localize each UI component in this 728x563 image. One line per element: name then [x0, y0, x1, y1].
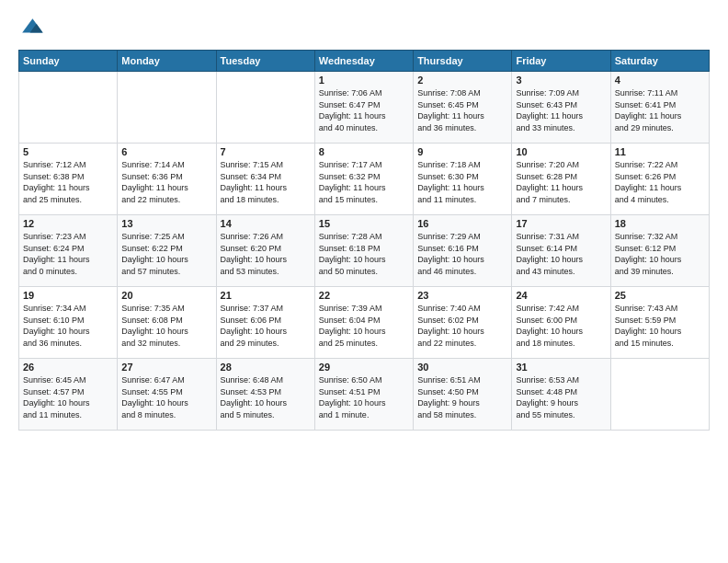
calendar-cell	[118, 72, 216, 144]
day-info: Sunrise: 7:15 AM Sunset: 6:34 PM Dayligh…	[221, 159, 311, 205]
day-info: Sunrise: 6:47 AM Sunset: 4:55 PM Dayligh…	[121, 374, 211, 420]
calendar-cell: 24Sunrise: 7:42 AM Sunset: 6:00 PM Dayli…	[512, 287, 610, 359]
day-number: 18	[615, 218, 705, 229]
calendar-cell: 16Sunrise: 7:29 AM Sunset: 6:16 PM Dayli…	[414, 215, 512, 287]
calendar-cell: 9Sunrise: 7:18 AM Sunset: 6:30 PM Daylig…	[414, 144, 512, 215]
weekday-header-friday: Friday	[512, 51, 610, 72]
day-number: 15	[319, 218, 409, 229]
day-number: 9	[417, 146, 507, 157]
weekday-row: SundayMondayTuesdayWednesdayThursdayFrid…	[19, 51, 710, 72]
day-number: 14	[221, 218, 311, 229]
calendar-cell: 10Sunrise: 7:20 AM Sunset: 6:28 PM Dayli…	[512, 144, 610, 215]
day-info: Sunrise: 7:39 AM Sunset: 6:04 PM Dayligh…	[319, 303, 409, 349]
calendar-cell: 17Sunrise: 7:31 AM Sunset: 6:14 PM Dayli…	[512, 215, 610, 287]
weekday-header-monday: Monday	[118, 51, 216, 72]
calendar-cell: 21Sunrise: 7:37 AM Sunset: 6:06 PM Dayli…	[216, 287, 314, 359]
calendar-cell: 1Sunrise: 7:06 AM Sunset: 6:47 PM Daylig…	[314, 72, 413, 144]
calendar-week-4: 19Sunrise: 7:34 AM Sunset: 6:10 PM Dayli…	[19, 287, 710, 359]
calendar-cell: 23Sunrise: 7:40 AM Sunset: 6:02 PM Dayli…	[414, 287, 512, 359]
header	[18, 15, 710, 40]
day-info: Sunrise: 7:40 AM Sunset: 6:02 PM Dayligh…	[417, 303, 507, 349]
calendar-cell: 27Sunrise: 6:47 AM Sunset: 4:55 PM Dayli…	[118, 359, 216, 431]
day-number: 27	[121, 362, 211, 373]
calendar-cell: 3Sunrise: 7:09 AM Sunset: 6:43 PM Daylig…	[512, 72, 610, 144]
day-number: 13	[121, 218, 211, 229]
day-info: Sunrise: 6:48 AM Sunset: 4:53 PM Dayligh…	[221, 374, 311, 420]
day-number: 20	[121, 290, 211, 301]
day-info: Sunrise: 7:18 AM Sunset: 6:30 PM Dayligh…	[417, 159, 507, 205]
calendar-cell	[610, 359, 709, 431]
calendar-cell: 30Sunrise: 6:51 AM Sunset: 4:50 PM Dayli…	[414, 359, 512, 431]
day-info: Sunrise: 7:43 AM Sunset: 5:59 PM Dayligh…	[615, 303, 705, 349]
calendar-cell: 28Sunrise: 6:48 AM Sunset: 4:53 PM Dayli…	[216, 359, 314, 431]
logo	[18, 15, 48, 40]
calendar-cell	[19, 72, 118, 144]
calendar-cell: 7Sunrise: 7:15 AM Sunset: 6:34 PM Daylig…	[216, 144, 314, 215]
day-number: 17	[516, 218, 606, 229]
calendar-cell: 2Sunrise: 7:08 AM Sunset: 6:45 PM Daylig…	[414, 72, 512, 144]
calendar-cell: 26Sunrise: 6:45 AM Sunset: 4:57 PM Dayli…	[19, 359, 118, 431]
day-info: Sunrise: 7:29 AM Sunset: 6:16 PM Dayligh…	[417, 231, 507, 277]
calendar-cell: 13Sunrise: 7:25 AM Sunset: 6:22 PM Dayli…	[118, 215, 216, 287]
day-info: Sunrise: 7:32 AM Sunset: 6:12 PM Dayligh…	[615, 231, 705, 277]
day-info: Sunrise: 6:50 AM Sunset: 4:51 PM Dayligh…	[319, 374, 409, 420]
weekday-header-wednesday: Wednesday	[314, 51, 413, 72]
calendar-cell: 18Sunrise: 7:32 AM Sunset: 6:12 PM Dayli…	[610, 215, 709, 287]
day-info: Sunrise: 7:35 AM Sunset: 6:08 PM Dayligh…	[121, 303, 211, 349]
day-number: 7	[221, 146, 311, 157]
weekday-header-thursday: Thursday	[414, 51, 512, 72]
day-number: 2	[417, 75, 507, 86]
calendar-body: 1Sunrise: 7:06 AM Sunset: 6:47 PM Daylig…	[19, 72, 710, 431]
calendar-cell: 8Sunrise: 7:17 AM Sunset: 6:32 PM Daylig…	[314, 144, 413, 215]
day-number: 11	[615, 146, 705, 157]
day-info: Sunrise: 7:34 AM Sunset: 6:10 PM Dayligh…	[23, 303, 113, 349]
calendar-cell: 29Sunrise: 6:50 AM Sunset: 4:51 PM Dayli…	[314, 359, 413, 431]
day-info: Sunrise: 7:14 AM Sunset: 6:36 PM Dayligh…	[121, 159, 211, 205]
calendar-cell	[216, 72, 314, 144]
day-number: 10	[516, 146, 606, 157]
day-number: 5	[23, 146, 113, 157]
calendar-week-3: 12Sunrise: 7:23 AM Sunset: 6:24 PM Dayli…	[19, 215, 710, 287]
calendar-cell: 19Sunrise: 7:34 AM Sunset: 6:10 PM Dayli…	[19, 287, 118, 359]
day-info: Sunrise: 7:31 AM Sunset: 6:14 PM Dayligh…	[516, 231, 606, 277]
calendar-week-1: 1Sunrise: 7:06 AM Sunset: 6:47 PM Daylig…	[19, 72, 710, 144]
calendar-cell: 4Sunrise: 7:11 AM Sunset: 6:41 PM Daylig…	[610, 72, 709, 144]
day-number: 6	[121, 146, 211, 157]
calendar-cell: 15Sunrise: 7:28 AM Sunset: 6:18 PM Dayli…	[314, 215, 413, 287]
logo-icon	[18, 15, 44, 40]
calendar-week-5: 26Sunrise: 6:45 AM Sunset: 4:57 PM Dayli…	[19, 359, 710, 431]
calendar-cell: 12Sunrise: 7:23 AM Sunset: 6:24 PM Dayli…	[19, 215, 118, 287]
day-number: 1	[319, 75, 409, 86]
day-number: 25	[615, 290, 705, 301]
day-info: Sunrise: 7:26 AM Sunset: 6:20 PM Dayligh…	[221, 231, 311, 277]
day-info: Sunrise: 7:42 AM Sunset: 6:00 PM Dayligh…	[516, 303, 606, 349]
day-info: Sunrise: 7:09 AM Sunset: 6:43 PM Dayligh…	[516, 87, 606, 133]
page: SundayMondayTuesdayWednesdayThursdayFrid…	[0, 0, 728, 563]
weekday-header-sunday: Sunday	[19, 51, 118, 72]
day-info: Sunrise: 7:08 AM Sunset: 6:45 PM Dayligh…	[417, 87, 507, 133]
calendar-table: SundayMondayTuesdayWednesdayThursdayFrid…	[18, 50, 710, 431]
day-number: 31	[516, 362, 606, 373]
day-number: 16	[417, 218, 507, 229]
day-info: Sunrise: 7:37 AM Sunset: 6:06 PM Dayligh…	[221, 303, 311, 349]
calendar-cell: 25Sunrise: 7:43 AM Sunset: 5:59 PM Dayli…	[610, 287, 709, 359]
calendar-cell: 11Sunrise: 7:22 AM Sunset: 6:26 PM Dayli…	[610, 144, 709, 215]
calendar-cell: 14Sunrise: 7:26 AM Sunset: 6:20 PM Dayli…	[216, 215, 314, 287]
day-info: Sunrise: 7:17 AM Sunset: 6:32 PM Dayligh…	[319, 159, 409, 205]
day-number: 28	[221, 362, 311, 373]
weekday-header-saturday: Saturday	[610, 51, 709, 72]
calendar-header: SundayMondayTuesdayWednesdayThursdayFrid…	[19, 51, 710, 72]
day-number: 3	[516, 75, 606, 86]
day-number: 8	[319, 146, 409, 157]
day-number: 26	[23, 362, 113, 373]
calendar-cell: 6Sunrise: 7:14 AM Sunset: 6:36 PM Daylig…	[118, 144, 216, 215]
day-number: 29	[319, 362, 409, 373]
calendar-cell: 5Sunrise: 7:12 AM Sunset: 6:38 PM Daylig…	[19, 144, 118, 215]
day-info: Sunrise: 6:45 AM Sunset: 4:57 PM Dayligh…	[23, 374, 113, 420]
day-number: 21	[221, 290, 311, 301]
day-info: Sunrise: 7:25 AM Sunset: 6:22 PM Dayligh…	[121, 231, 211, 277]
day-info: Sunrise: 7:06 AM Sunset: 6:47 PM Dayligh…	[319, 87, 409, 133]
day-info: Sunrise: 6:53 AM Sunset: 4:48 PM Dayligh…	[516, 374, 606, 420]
day-number: 24	[516, 290, 606, 301]
day-info: Sunrise: 7:20 AM Sunset: 6:28 PM Dayligh…	[516, 159, 606, 205]
